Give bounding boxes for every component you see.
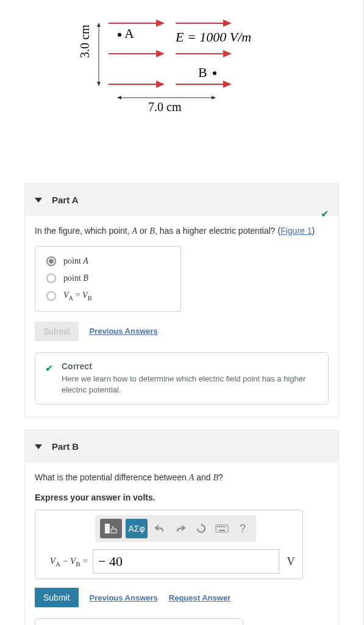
greek-button[interactable]: ΑΣφ xyxy=(126,519,148,538)
submit-button-a: Submit xyxy=(35,322,79,341)
part-b-question: What is the potential difference between… xyxy=(35,471,329,484)
part-b-header[interactable]: Part B xyxy=(25,430,338,463)
point-b-label: B xyxy=(198,65,207,80)
svg-rect-18 xyxy=(224,526,226,527)
part-a: Part A ✔ In the figure, which point, A o… xyxy=(24,183,339,417)
keyboard-icon[interactable] xyxy=(213,519,230,538)
svg-rect-17 xyxy=(223,526,224,527)
svg-rect-10 xyxy=(105,524,110,533)
svg-rect-19 xyxy=(219,530,225,531)
part-b-title: Part B xyxy=(52,441,79,452)
qb-a: A xyxy=(189,473,194,482)
efield-diagram: 3.0 cm A E = 1000 V/m B 7.0 cm xyxy=(78,12,285,116)
lsb: B xyxy=(76,560,80,568)
qa-b: B xyxy=(149,226,155,236)
redo-icon[interactable] xyxy=(172,519,189,538)
efield-label: E = 1000 V/m xyxy=(175,29,251,45)
feedback-incorrect: ✖ Incorrect; Try Again; 6 attempts remai… xyxy=(35,618,243,625)
oc-eq: = xyxy=(73,291,82,300)
svg-rect-13 xyxy=(216,525,228,532)
radio-icon xyxy=(46,291,56,301)
qb-b: B xyxy=(213,473,218,482)
svg-rect-16 xyxy=(221,526,222,527)
part-a-title: Part A xyxy=(52,195,79,205)
help-icon[interactable]: ? xyxy=(234,519,251,538)
svg-rect-15 xyxy=(219,526,220,527)
ob-p: point xyxy=(63,273,83,283)
lva: V xyxy=(50,556,55,566)
oc-va: V xyxy=(63,291,69,300)
qa-suffix: , has a higher electric potential? ( xyxy=(155,226,280,236)
collapse-icon xyxy=(35,444,42,449)
figure-area: 3.0 cm A E = 1000 V/m B 7.0 cm xyxy=(0,0,363,177)
previous-answers-link-a[interactable]: Previous Answers xyxy=(90,327,158,336)
input-toolbar: x ΑΣφ ? xyxy=(95,515,256,542)
qb-prefix: What is the potential difference between xyxy=(35,472,189,482)
svg-point-7 xyxy=(118,33,121,37)
qb-end: ? xyxy=(218,472,223,482)
qa-or: or xyxy=(137,226,149,236)
undo-icon[interactable] xyxy=(151,519,168,538)
collapse-icon xyxy=(35,198,42,203)
qa-end: ) xyxy=(312,226,315,236)
check-icon: ✔ xyxy=(45,363,53,374)
lmin: − xyxy=(60,556,70,566)
unit-label: V xyxy=(284,555,298,568)
part-b: Part B What is the potential difference … xyxy=(24,430,339,625)
oa-p: point xyxy=(63,256,83,266)
qa-a: A xyxy=(132,226,138,236)
qb-mid: and xyxy=(194,472,213,482)
point-a-label: A xyxy=(124,26,134,41)
ob-m: B xyxy=(83,273,88,283)
check-icon: ✔ xyxy=(321,208,329,220)
feedback-text: Here we learn how to determine which ele… xyxy=(62,374,318,396)
radio-selected-icon xyxy=(46,256,56,266)
part-a-options: point A point B VA = VB xyxy=(35,246,181,312)
part-b-instructions: Express your answer in volts. xyxy=(35,493,329,502)
y-axis-label: 3.0 cm xyxy=(78,24,91,58)
submit-button-b[interactable]: Submit xyxy=(35,588,79,607)
figure-link[interactable]: Figure 1 xyxy=(280,226,312,236)
oc-sb: B xyxy=(88,295,92,302)
answer-box: x ΑΣφ ? VA − VB = V xyxy=(35,510,303,579)
answer-input[interactable] xyxy=(93,549,279,574)
svg-point-8 xyxy=(213,71,216,75)
request-answer-link[interactable]: Request Answer xyxy=(169,593,230,602)
leq: = xyxy=(80,556,88,566)
oa-m: A xyxy=(83,256,88,266)
template-icon[interactable]: x xyxy=(100,519,122,538)
qa-prefix: In the figure, which point, xyxy=(35,226,132,236)
part-a-header[interactable]: Part A ✔ xyxy=(25,184,338,216)
lhs-label: VA − VB = xyxy=(40,556,88,568)
option-point-a[interactable]: point A xyxy=(46,256,170,266)
previous-answers-link-b[interactable]: Previous Answers xyxy=(90,593,158,602)
part-a-question: In the figure, which point, A or B, has … xyxy=(35,225,329,237)
x-axis-label: 7.0 cm xyxy=(148,100,182,114)
svg-rect-14 xyxy=(217,526,218,527)
radio-icon xyxy=(46,273,56,283)
option-va-eq-vb[interactable]: VA = VB xyxy=(46,291,170,302)
feedback-title: Correct xyxy=(62,361,318,371)
feedback-correct: ✔ Correct Here we learn how to determine… xyxy=(35,352,329,405)
oc-vb: V xyxy=(82,291,88,300)
lsa: A xyxy=(55,560,60,568)
reset-icon[interactable] xyxy=(193,519,210,538)
option-point-b[interactable]: point B xyxy=(46,273,170,283)
lvb: V xyxy=(70,556,76,566)
